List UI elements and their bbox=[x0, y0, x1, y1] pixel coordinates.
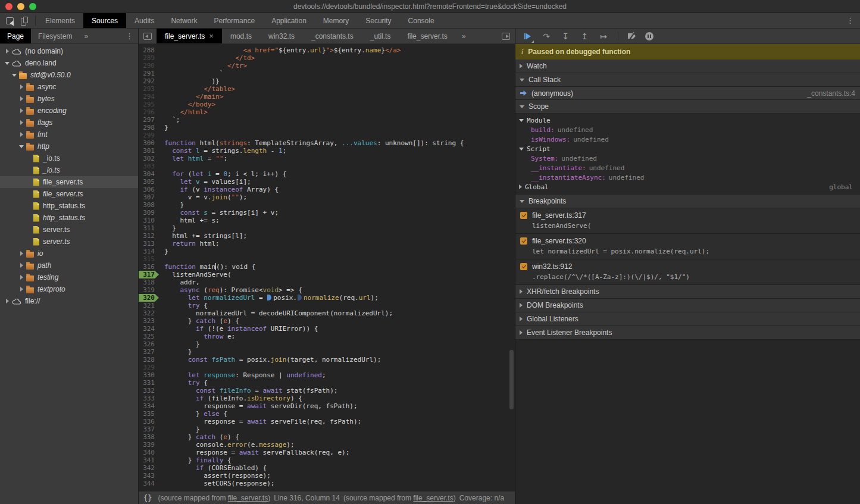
event-listener-breakpoints-section-header[interactable]: Event Listener Breakpoints bbox=[515, 326, 860, 340]
traffic-lights[interactable] bbox=[5, 3, 36, 10]
line-number[interactable]: 335 bbox=[139, 410, 159, 418]
line-number[interactable]: 295 bbox=[139, 101, 159, 108]
global-listeners-section-header[interactable]: Global Listeners bbox=[515, 312, 860, 326]
close-window-button[interactable] bbox=[5, 3, 12, 10]
line-number[interactable]: 339 bbox=[139, 441, 159, 449]
inline-breakpoint-marker[interactable] bbox=[298, 295, 302, 300]
hide-navigator-icon[interactable] bbox=[139, 29, 157, 43]
step-into-icon[interactable]: ↧ bbox=[561, 32, 570, 41]
source-map-link-2[interactable]: file_server.ts bbox=[413, 494, 453, 502]
show-debugger-icon[interactable] bbox=[497, 29, 515, 43]
minimize-window-button[interactable] bbox=[17, 3, 24, 10]
editor-tab-win32-ts[interactable]: win32.ts bbox=[260, 29, 303, 43]
tree-item-server-ts[interactable]: server.ts bbox=[0, 224, 138, 236]
more-options-icon[interactable]: ⋮ bbox=[840, 13, 860, 28]
line-number[interactable]: 337 bbox=[139, 425, 159, 433]
tree-item-http[interactable]: http bbox=[0, 140, 138, 152]
line-number[interactable]: 342 bbox=[139, 464, 159, 472]
line-number[interactable]: 344 bbox=[139, 480, 159, 487]
chevron-right-icon[interactable] bbox=[18, 263, 25, 268]
line-number[interactable]: 315 bbox=[139, 255, 159, 263]
call-stack-frame[interactable]: (anonymous)_constants.ts:4 bbox=[515, 87, 860, 100]
editor-tab-constants-ts[interactable]: _constants.ts bbox=[303, 29, 362, 43]
scope-group-script[interactable]: Script bbox=[515, 144, 860, 154]
inspect-icon[interactable] bbox=[6, 17, 14, 24]
scope-section-header[interactable]: Scope bbox=[515, 100, 860, 114]
editor-scrollbar[interactable] bbox=[509, 350, 514, 409]
breakpoint-checkbox[interactable] bbox=[520, 212, 527, 219]
line-number[interactable]: 323 bbox=[139, 317, 159, 325]
tree-item-fmt[interactable]: fmt bbox=[0, 129, 138, 140]
line-number[interactable]: 311 bbox=[139, 224, 159, 232]
scope-property[interactable]: __instantiate:undefined bbox=[515, 163, 860, 173]
tab-performance[interactable]: Performance bbox=[205, 13, 263, 28]
line-number[interactable]: 293 bbox=[139, 85, 159, 93]
line-number[interactable]: 325 bbox=[139, 333, 159, 340]
pretty-print-icon[interactable]: {} bbox=[143, 494, 152, 502]
tree-item-flags[interactable]: flags bbox=[0, 117, 138, 129]
inline-breakpoint-marker[interactable] bbox=[267, 295, 271, 300]
line-number[interactable]: 324 bbox=[139, 325, 159, 333]
chevron-right-icon[interactable] bbox=[18, 84, 25, 89]
line-number[interactable]: 299 bbox=[139, 132, 159, 139]
line-number[interactable]: 338 bbox=[139, 433, 159, 441]
line-number[interactable]: 313 bbox=[139, 240, 159, 248]
line-number[interactable]: 302 bbox=[139, 155, 159, 162]
line-number[interactable]: 304 bbox=[139, 170, 159, 178]
line-number[interactable]: 343 bbox=[139, 472, 159, 480]
tree-item-deno-land[interactable]: deno.land bbox=[0, 57, 138, 69]
line-number[interactable]: 289 bbox=[139, 54, 159, 62]
breakpoint-entry[interactable]: win32.ts:912.replace(/^\/*([A-Za-z]:)(\/… bbox=[515, 259, 860, 285]
editor-tab-file-server-ts[interactable]: file_server.ts× bbox=[157, 29, 222, 43]
breakpoints-section-header[interactable]: Breakpoints bbox=[515, 195, 860, 208]
more-tabs-icon[interactable]: » bbox=[456, 29, 472, 43]
call-stack-section-header[interactable]: Call Stack bbox=[515, 73, 860, 87]
scope-property[interactable]: System:undefined bbox=[515, 154, 860, 163]
line-number[interactable]: 328 bbox=[139, 356, 159, 364]
code-editor[interactable]: 288 <a href="${entry.url}">${entry.name}… bbox=[139, 44, 515, 491]
line-number[interactable]: 318 bbox=[139, 278, 159, 286]
tree-item-encoding[interactable]: encoding bbox=[0, 105, 138, 117]
tab-sources[interactable]: Sources bbox=[83, 13, 126, 28]
chevron-right-icon[interactable] bbox=[18, 132, 25, 137]
breakpoint-entry[interactable]: file_server.ts:317listenAndServe( bbox=[515, 208, 860, 234]
tree-item-bytes[interactable]: bytes bbox=[0, 93, 138, 105]
step-over-icon[interactable]: ↷ bbox=[542, 32, 551, 41]
line-number[interactable]: 329 bbox=[139, 364, 159, 371]
breakpoint-checkbox[interactable] bbox=[520, 263, 527, 270]
pause-on-exceptions-icon[interactable] bbox=[645, 32, 653, 40]
scope-group-module[interactable]: Module bbox=[515, 115, 860, 125]
tree-item-file-server-ts[interactable]: file_server.ts bbox=[0, 176, 138, 188]
tree-item-no-domain[interactable]: (no domain) bbox=[0, 45, 138, 57]
navigator-tab-page[interactable]: Page bbox=[0, 29, 31, 43]
chevron-right-icon[interactable] bbox=[4, 49, 11, 54]
line-number[interactable]: 301 bbox=[139, 147, 159, 155]
tab-elements[interactable]: Elements bbox=[37, 13, 83, 28]
tab-network[interactable]: Network bbox=[162, 13, 205, 28]
line-number[interactable]: 336 bbox=[139, 418, 159, 425]
tree-item-io-ts[interactable]: _io.ts bbox=[0, 152, 138, 164]
line-number[interactable]: 288 bbox=[139, 46, 159, 54]
scope-property[interactable]: build:undefined bbox=[515, 125, 860, 134]
line-number[interactable]: 332 bbox=[139, 387, 159, 395]
line-number[interactable]: 314 bbox=[139, 248, 159, 255]
line-number[interactable]: 330 bbox=[139, 371, 159, 379]
breakpoint-gutter-marker[interactable]: 317 bbox=[139, 271, 159, 278]
line-number[interactable]: 322 bbox=[139, 309, 159, 317]
zoom-window-button[interactable] bbox=[29, 3, 36, 10]
scope-group-global[interactable]: Globalglobal bbox=[515, 182, 860, 192]
line-number[interactable]: 326 bbox=[139, 340, 159, 348]
tree-item-server-ts[interactable]: server.ts bbox=[0, 236, 138, 248]
line-number[interactable]: 298 bbox=[139, 124, 159, 132]
close-icon[interactable]: × bbox=[209, 32, 214, 40]
line-number[interactable]: 292 bbox=[139, 77, 159, 85]
step-out-icon[interactable]: ↥ bbox=[580, 32, 589, 41]
tab-console[interactable]: Console bbox=[400, 13, 443, 28]
line-number[interactable]: 290 bbox=[139, 62, 159, 70]
chevron-right-icon[interactable] bbox=[18, 275, 25, 280]
chevron-right-icon[interactable] bbox=[18, 251, 25, 256]
line-number[interactable]: 308 bbox=[139, 201, 159, 209]
tree-item-textproto[interactable]: textproto bbox=[0, 283, 138, 295]
scope-property[interactable]: __instantiateAsync:undefined bbox=[515, 173, 860, 182]
line-number[interactable]: 316 bbox=[139, 263, 159, 271]
